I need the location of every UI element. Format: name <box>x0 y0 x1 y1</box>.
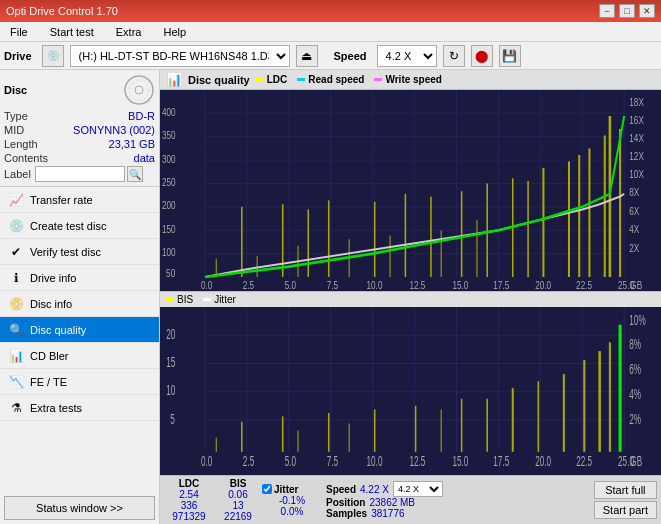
svg-text:6%: 6% <box>629 362 641 377</box>
sidebar-item-disc-info[interactable]: 📀 Disc info <box>0 291 159 317</box>
stats-row: LDC 2.54 336 971329 BIS 0.06 13 22169 Ji… <box>160 475 661 524</box>
svg-rect-76 <box>160 307 661 475</box>
fe-te-icon: 📉 <box>8 374 24 390</box>
maximize-button[interactable]: □ <box>619 4 635 18</box>
contents-value: data <box>134 152 155 164</box>
speed-dropdown[interactable]: 4.2 X <box>393 481 443 497</box>
bottom-chart-header: BIS Jitter <box>160 291 661 307</box>
sidebar-item-create-test-disc[interactable]: 💿 Create test disc <box>0 213 159 239</box>
type-label: Type <box>4 110 28 122</box>
svg-rect-3 <box>160 90 661 291</box>
speed-header-row: Speed 4.22 X 4.2 X <box>326 481 443 497</box>
svg-text:12.5: 12.5 <box>409 280 425 291</box>
sidebar-item-cd-bler[interactable]: 📊 CD Bler <box>0 343 159 369</box>
length-label: Length <box>4 138 38 150</box>
svg-text:22.5: 22.5 <box>576 454 592 469</box>
position-row: Position 23862 MB <box>326 497 443 508</box>
chart-icon: 📊 <box>166 72 182 87</box>
menu-file[interactable]: File <box>4 24 34 40</box>
nav-items: 📈 Transfer rate 💿 Create test disc ✔ Ver… <box>0 187 159 492</box>
svg-text:10: 10 <box>166 383 175 398</box>
speed-col-header: Speed <box>326 484 356 495</box>
write-speed-dot <box>374 78 382 81</box>
drive-icon: 💿 <box>42 45 64 67</box>
sidebar-item-verify-test-disc[interactable]: ✔ Verify test disc <box>0 239 159 265</box>
svg-text:50: 50 <box>166 268 175 279</box>
mid-label: MID <box>4 124 24 136</box>
sidebar-item-extra-tests[interactable]: ⚗ Extra tests <box>0 395 159 421</box>
drive-select[interactable]: (H:) HL-DT-ST BD-RE WH16NS48 1.D3 <box>70 45 290 67</box>
start-full-button[interactable]: Start full <box>594 481 657 499</box>
menu-help[interactable]: Help <box>157 24 192 40</box>
minimize-button[interactable]: − <box>599 4 615 18</box>
svg-text:20.0: 20.0 <box>535 280 551 291</box>
svg-text:20.0: 20.0 <box>535 454 551 469</box>
stats-jitter-col: Jitter -0.1% 0.0% <box>262 484 322 517</box>
svg-point-1 <box>135 86 143 94</box>
save-button[interactable]: 💾 <box>499 45 521 67</box>
app-title: Opti Drive Control 1.70 <box>6 5 118 17</box>
legend-read-speed: Read speed <box>297 74 364 85</box>
menu-bar: File Start test Extra Help <box>0 22 661 42</box>
disc-info-panel: Disc Type BD-R MID SONYNN3 (002) Length <box>0 70 159 187</box>
svg-text:5.0: 5.0 <box>285 280 296 291</box>
max-bis: 13 <box>218 500 258 511</box>
drive-info-icon: ℹ <box>8 270 24 286</box>
svg-text:10.0: 10.0 <box>367 454 383 469</box>
svg-text:2%: 2% <box>629 412 641 427</box>
read-speed-dot <box>297 78 305 81</box>
drive-label: Drive <box>4 50 32 62</box>
svg-text:GB: GB <box>630 454 642 469</box>
sidebar-item-transfer-rate[interactable]: 📈 Transfer rate <box>0 187 159 213</box>
svg-text:350: 350 <box>162 130 176 141</box>
svg-text:17.5: 17.5 <box>493 280 509 291</box>
drive-info-label: Drive info <box>30 272 76 284</box>
sidebar-item-drive-info[interactable]: ℹ Drive info <box>0 265 159 291</box>
samples-label: Samples <box>326 508 367 519</box>
svg-text:5.0: 5.0 <box>285 454 296 469</box>
avg-bis: 0.06 <box>218 489 258 500</box>
svg-point-2 <box>129 80 149 100</box>
start-part-button[interactable]: Start part <box>594 501 657 519</box>
samples-value: 381776 <box>371 508 404 519</box>
bottom-chart-svg: 20 15 10 5 10% 8% 6% 4% 2% 0.0 2.5 5.0 7… <box>160 307 661 475</box>
speed-display: 4.22 X <box>360 484 389 495</box>
chart-header: 📊 Disc quality LDC Read speed Write spee… <box>160 70 661 90</box>
position-value: 23862 MB <box>369 497 415 508</box>
refresh-button[interactable]: ↻ <box>443 45 465 67</box>
svg-text:10.0: 10.0 <box>367 280 383 291</box>
samples-row: Samples 381776 <box>326 508 443 519</box>
stats-ldc-col: LDC 2.54 336 971329 <box>164 478 214 522</box>
menu-extra[interactable]: Extra <box>110 24 148 40</box>
svg-text:12.5: 12.5 <box>409 454 425 469</box>
avg-ldc: 2.54 <box>164 489 214 500</box>
type-value: BD-R <box>128 110 155 122</box>
create-test-disc-label: Create test disc <box>30 220 106 232</box>
sidebar-item-disc-quality[interactable]: 🔍 Disc quality <box>0 317 159 343</box>
svg-text:100: 100 <box>162 247 176 258</box>
action-buttons: Start full Start part <box>594 481 657 519</box>
ldc-col-header: LDC <box>164 478 214 489</box>
position-label: Position <box>326 497 365 508</box>
svg-text:10%: 10% <box>629 313 645 328</box>
chart-title: Disc quality <box>188 74 250 86</box>
status-window-button[interactable]: Status window >> <box>4 496 155 520</box>
svg-text:4%: 4% <box>629 387 641 402</box>
jitter-checkbox[interactable] <box>262 484 272 494</box>
sidebar-item-fe-te[interactable]: 📉 FE / TE <box>0 369 159 395</box>
label-input[interactable] <box>35 166 125 182</box>
svg-text:4X: 4X <box>629 224 640 235</box>
menu-start-test[interactable]: Start test <box>44 24 100 40</box>
svg-text:16X: 16X <box>629 115 644 126</box>
drive-bar: Drive 💿 (H:) HL-DT-ST BD-RE WH16NS48 1.D… <box>0 42 661 70</box>
svg-text:250: 250 <box>162 177 176 188</box>
speed-select[interactable]: 4.2 X <box>377 45 437 67</box>
eject-button[interactable]: ⏏ <box>296 45 318 67</box>
svg-text:22.5: 22.5 <box>576 280 592 291</box>
jitter-col-header: Jitter <box>274 484 298 495</box>
close-button[interactable]: ✕ <box>639 4 655 18</box>
burn-button[interactable]: ⬤ <box>471 45 493 67</box>
svg-text:5: 5 <box>170 412 175 427</box>
svg-text:17.5: 17.5 <box>493 454 509 469</box>
label-browse-button[interactable]: 🔍 <box>127 166 143 182</box>
